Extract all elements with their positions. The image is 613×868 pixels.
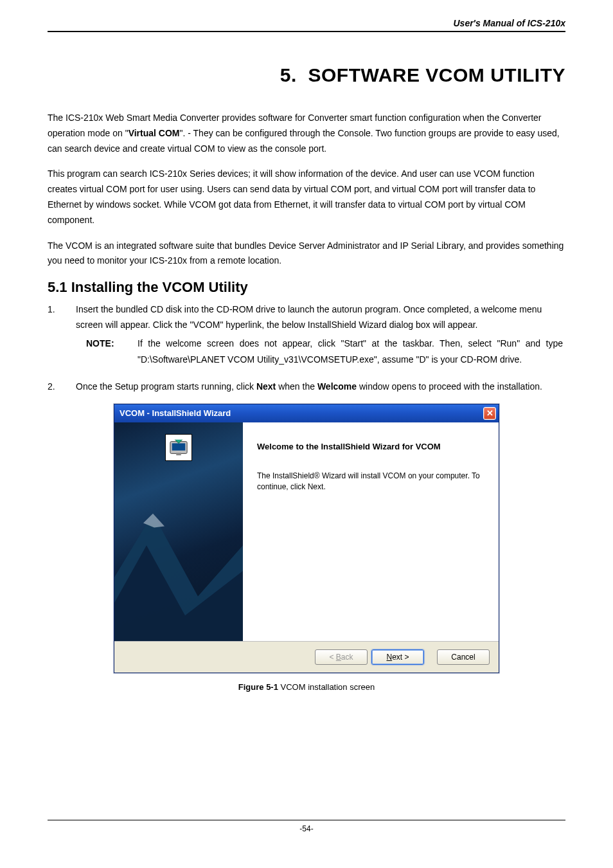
button-label: < Back [329, 653, 353, 662]
close-button[interactable]: ✕ [483, 407, 496, 420]
cancel-button[interactable]: Cancel [437, 649, 490, 665]
figure-caption: Figure 5-1 VCOM installation screen [48, 682, 565, 692]
page-header: User's Manual of ICS-210x [48, 18, 565, 32]
button-label: Next > [386, 653, 409, 662]
note-label: NOTE: [86, 336, 138, 368]
wizard-heading: Welcome to the InstallShield Wizard for … [257, 442, 484, 451]
intro-paragraph-1: The ICS-210x Web Smart Media Converter p… [48, 111, 565, 156]
page-number: -54- [299, 824, 313, 833]
text: when the [276, 381, 317, 392]
mountain-graphic [114, 488, 243, 641]
text: window opens to proceed with the install… [357, 381, 542, 392]
caption-bold: Figure 5-1 [238, 682, 278, 692]
page-footer: -54- [48, 820, 565, 833]
next-button[interactable]: Next > [371, 649, 424, 665]
bold-text: Virtual COM [129, 128, 180, 138]
section-title: 5.1 Installing the VCOM Utility [48, 279, 565, 296]
back-button: < Back [315, 649, 368, 665]
step-number: 1. [48, 302, 76, 333]
intro-paragraph-2: This program can search ICS-210x Series … [48, 167, 565, 228]
installshield-wizard-dialog: VCOM - InstallShield Wizard ✕ [114, 404, 499, 673]
bold-text: Welcome [317, 381, 357, 392]
titlebar-text: VCOM - InstallShield Wizard [120, 408, 231, 418]
close-icon: ✕ [486, 409, 493, 417]
step-2: 2. Once the Setup program starts running… [48, 379, 565, 395]
chapter-title: 5. SOFTWARE VCOM UTILITY [48, 64, 565, 86]
wizard-main-panel: Welcome to the InstallShield Wizard for … [243, 422, 499, 641]
wizard-body-text: The InstallShield® Wizard will install V… [257, 471, 484, 493]
titlebar[interactable]: VCOM - InstallShield Wizard ✕ [114, 404, 499, 422]
bold-text: Next [256, 381, 276, 392]
step-1: 1. Insert the bundled CD disk into the C… [48, 302, 565, 333]
step-body: Once the Setup program starts running, c… [76, 379, 565, 395]
caption-text: VCOM installation screen [278, 682, 375, 692]
step-number: 2. [48, 379, 76, 395]
svg-rect-2 [176, 453, 181, 455]
note-row: NOTE: If the welcome screen does not app… [86, 336, 565, 368]
note-body: If the welcome screen does not appear, c… [138, 336, 565, 368]
text: Once the Setup program starts running, c… [76, 381, 256, 392]
installer-icon [165, 434, 192, 461]
svg-rect-1 [172, 443, 186, 450]
wizard-sidebar-image [114, 422, 243, 641]
wizard-button-row: < Back Next > Cancel [114, 641, 499, 673]
button-label: Cancel [451, 653, 475, 662]
intro-paragraph-3: The VCOM is an integrated software suite… [48, 239, 565, 269]
step-body: Insert the bundled CD disk into the CD-R… [76, 302, 565, 333]
